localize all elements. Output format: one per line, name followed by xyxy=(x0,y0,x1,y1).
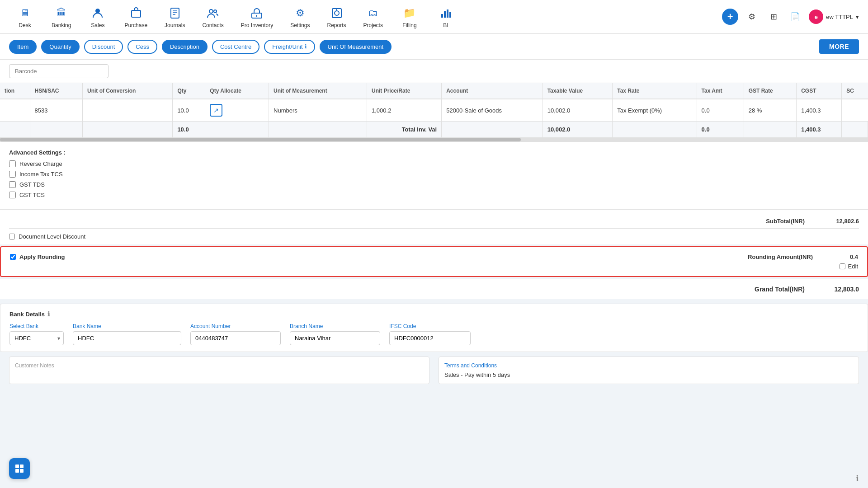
total-unit-meas xyxy=(269,122,367,138)
doc-discount-checkbox[interactable] xyxy=(9,234,15,239)
horizontal-scrollbar[interactable] xyxy=(0,138,868,141)
purchase-icon xyxy=(128,5,144,21)
income-tax-tcs-row: Income Tax TCS xyxy=(9,171,859,178)
gst-tcs-label: GST TCS xyxy=(19,192,45,198)
projects-icon: 🗂 xyxy=(365,5,381,21)
sales-icon xyxy=(90,5,106,21)
svg-rect-1 xyxy=(132,10,141,17)
total-sc xyxy=(842,122,868,138)
total-gst-rate xyxy=(744,122,797,138)
desk-icon: 🖥 xyxy=(17,5,33,21)
journals-icon xyxy=(167,5,183,21)
total-tax-amt: 0.0 xyxy=(697,122,744,138)
edit-rounding-checkbox[interactable] xyxy=(840,263,845,269)
select-bank-select[interactable]: HDFC xyxy=(9,331,64,345)
apply-rounding-checkbox[interactable] xyxy=(10,254,16,260)
cell-tion xyxy=(0,99,30,122)
sidebar-item-settings[interactable]: ⚙ Settings xyxy=(284,1,316,32)
terms-label: Terms and Conditions xyxy=(444,362,853,369)
barcode-input[interactable] xyxy=(9,64,108,78)
tab-quantity[interactable]: Quantity xyxy=(41,40,79,54)
tab-unit-of-measurement[interactable]: Unit Of Measurement xyxy=(320,40,392,54)
grid-view-button[interactable]: ⊞ xyxy=(765,9,782,25)
sidebar-item-contacts[interactable]: Contacts xyxy=(196,1,230,32)
col-taxable-value: Taxable Value xyxy=(542,83,613,99)
contacts-label: Contacts xyxy=(202,22,223,28)
bi-icon xyxy=(438,5,454,21)
col-cgst: CGST xyxy=(797,83,842,99)
sidebar-item-sales[interactable]: Sales xyxy=(82,1,113,32)
table-header-row: tion HSN/SAC Unit of Conversion Qty Qty … xyxy=(0,83,868,99)
qty-allocate-link-button[interactable]: ↗ xyxy=(210,104,222,117)
total-hsn xyxy=(30,122,83,138)
total-qty: 10.0 xyxy=(173,122,205,138)
branch-name-input[interactable] xyxy=(290,331,380,345)
grand-total-label: Grand Total(INR) xyxy=(755,286,805,293)
cell-qty-allocate[interactable]: ↗ xyxy=(205,99,269,122)
sidebar-item-filling[interactable]: 📁 Filling xyxy=(394,1,425,32)
cell-unit-measurement: Numbers xyxy=(269,99,367,122)
tab-description[interactable]: Description xyxy=(162,40,208,54)
add-button[interactable]: + xyxy=(722,9,738,25)
sidebar-item-journals[interactable]: Journals xyxy=(158,1,191,32)
account-number-label: Account Number xyxy=(190,323,281,329)
more-button[interactable]: MORE xyxy=(819,39,859,54)
reverse-charge-row: Reverse Charge xyxy=(9,160,859,167)
tab-item[interactable]: Item xyxy=(9,40,37,54)
rounding-right: Rounding Amount(INR) 0.4 Edit xyxy=(748,253,858,270)
branch-name-label: Branch Name xyxy=(290,323,380,329)
sidebar-item-purchase[interactable]: Purchase xyxy=(118,1,154,32)
sidebar-item-desk[interactable]: 🖥 Desk xyxy=(9,1,41,32)
sidebar-item-projects[interactable]: 🗂 Projects xyxy=(357,1,389,32)
gst-tds-checkbox[interactable] xyxy=(9,181,16,188)
scroll-thumb[interactable] xyxy=(0,138,521,141)
col-unit-conversion: Unit of Conversion xyxy=(83,83,173,99)
tab-freight-unit[interactable]: Freight/Unit ℹ xyxy=(264,40,315,54)
sidebar-item-reports[interactable]: Reports xyxy=(321,1,353,32)
banking-icon: 🏛 xyxy=(53,5,70,21)
gst-tcs-checkbox[interactable] xyxy=(9,192,16,198)
ifsc-code-field: IFSC Code xyxy=(389,323,471,345)
col-tax-amt: Tax Amt xyxy=(697,83,744,99)
sidebar-item-pro-inventory[interactable]: Pro Inventory xyxy=(235,1,279,32)
bi-label: BI xyxy=(443,22,448,28)
tab-cess[interactable]: Cess xyxy=(127,40,157,54)
pro-inventory-icon xyxy=(249,5,265,21)
total-label: Total Inv. Val xyxy=(367,122,441,138)
branch-name-field: Branch Name xyxy=(290,323,380,345)
svg-rect-15 xyxy=(447,9,448,18)
cell-unit-price: 1,000.2 xyxy=(367,99,441,122)
account-number-input[interactable] xyxy=(190,331,281,345)
cell-sc xyxy=(842,99,868,122)
settings-gear-button[interactable]: ⚙ xyxy=(744,9,760,25)
grand-total-row: Grand Total(INR) 12,803.0 xyxy=(0,279,868,299)
document-button[interactable]: 📄 xyxy=(787,9,803,25)
contacts-icon xyxy=(205,5,221,21)
svg-point-7 xyxy=(214,10,217,13)
bank-name-input[interactable] xyxy=(73,331,181,345)
ifsc-code-input[interactable] xyxy=(389,331,471,345)
col-sc: SC xyxy=(842,83,868,99)
total-account xyxy=(442,122,542,138)
subtotal-value: 12,802.6 xyxy=(823,218,859,225)
info-icon: ℹ xyxy=(305,43,307,50)
table-row[interactable]: 8533 10.0 ↗ Numbers 1,000.2 52000-Sale o… xyxy=(0,99,868,122)
select-bank-wrap: HDFC ▾ xyxy=(9,331,64,345)
reverse-charge-checkbox[interactable] xyxy=(9,160,16,167)
user-profile[interactable]: e ew TTTPL ▾ xyxy=(809,9,859,24)
ifsc-code-label: IFSC Code xyxy=(389,323,471,329)
tab-discount[interactable]: Discount xyxy=(84,40,123,54)
tab-cost-centre[interactable]: Cost Centre xyxy=(212,40,259,54)
cell-tax-amt: 0.0 xyxy=(697,99,744,122)
sidebar-item-banking[interactable]: 🏛 Banking xyxy=(45,1,77,32)
bank-info-icon: ℹ xyxy=(47,310,50,318)
filter-bar: Item Quantity Discount Cess Description … xyxy=(0,34,868,60)
income-tax-tcs-label: Income Tax TCS xyxy=(19,171,63,178)
total-tax-rate xyxy=(613,122,697,138)
sidebar-item-bi[interactable]: BI xyxy=(430,1,462,32)
income-tax-tcs-checkbox[interactable] xyxy=(9,171,16,178)
reports-icon xyxy=(329,5,345,21)
rounding-amount-value: 0.4 xyxy=(831,253,858,260)
sales-label: Sales xyxy=(91,22,104,28)
items-table: tion HSN/SAC Unit of Conversion Qty Qty … xyxy=(0,83,868,138)
